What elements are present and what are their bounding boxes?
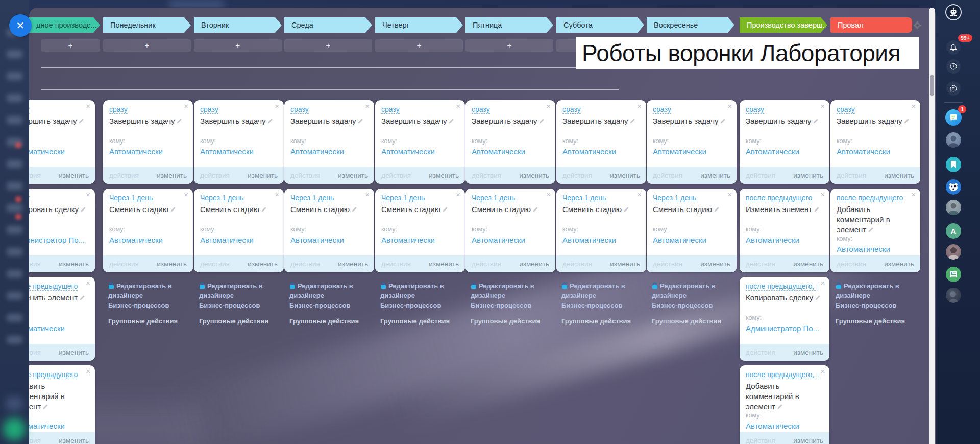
edit-button[interactable]: изменить bbox=[793, 348, 823, 356]
actions-button[interactable]: действия bbox=[837, 172, 866, 179]
edit-button[interactable]: изменить bbox=[610, 260, 640, 268]
edit-pencil-icon[interactable] bbox=[903, 118, 910, 124]
robot-action-title[interactable]: Завершить задачу bbox=[472, 116, 550, 137]
user-avatar[interactable] bbox=[946, 200, 961, 215]
delete-robot-icon[interactable]: × bbox=[820, 367, 825, 376]
group-actions-link[interactable]: Групповые действия bbox=[289, 317, 375, 325]
edit-button[interactable]: изменить bbox=[793, 260, 823, 268]
robot-target-link[interactable]: Автоматически bbox=[381, 236, 459, 244]
actions-button[interactable]: действия bbox=[200, 260, 230, 268]
robot-target-link[interactable]: Автоматически bbox=[109, 147, 187, 156]
stage-header-8[interactable]: Производство заверш... bbox=[740, 17, 827, 33]
robot-action-title[interactable]: Завершить задачу bbox=[290, 116, 369, 137]
actions-button[interactable]: действия bbox=[472, 172, 501, 179]
robot-target-link[interactable]: Автоматически bbox=[562, 236, 640, 244]
copilot-robot-avatar[interactable] bbox=[945, 4, 962, 20]
robot-trigger-link[interactable]: сразу bbox=[837, 105, 908, 114]
robot-action-title[interactable]: Сменить стадию bbox=[472, 204, 550, 226]
edit-pencil-icon[interactable] bbox=[170, 206, 176, 213]
delete-robot-icon[interactable]: × bbox=[546, 191, 551, 199]
actions-button[interactable]: действия bbox=[746, 437, 775, 444]
delete-robot-icon[interactable]: × bbox=[546, 102, 551, 110]
robot-target-link[interactable]: Автоматически bbox=[653, 147, 730, 156]
edit-in-bp-designer-link[interactable]: Редактировать в дизайнере Бизнес-процесс… bbox=[652, 281, 738, 310]
delete-robot-icon[interactable]: × bbox=[637, 102, 642, 110]
edit-button[interactable]: изменить bbox=[519, 260, 549, 268]
add-robot-button[interactable]: + bbox=[41, 39, 100, 52]
robot-action-title[interactable]: Добавить комментарий в элемент bbox=[746, 381, 824, 412]
edit-in-bp-designer-link[interactable]: Редактировать в дизайнере Бизнес-процесс… bbox=[380, 281, 466, 310]
robot-action-title[interactable]: Сменить стадию bbox=[200, 204, 279, 226]
edit-pencil-icon[interactable] bbox=[267, 118, 273, 124]
edit-pencil-icon[interactable] bbox=[79, 295, 85, 301]
actions-button[interactable]: действия bbox=[381, 172, 411, 179]
edit-pencil-icon[interactable] bbox=[629, 118, 635, 124]
edit-pencil-icon[interactable] bbox=[448, 118, 454, 124]
delete-robot-icon[interactable]: × bbox=[365, 102, 370, 110]
edit-pencil-icon[interactable] bbox=[623, 206, 629, 213]
robot-trigger-link[interactable]: после предыдущего bbox=[746, 193, 817, 202]
robot-action-title[interactable]: Сменить стадию bbox=[109, 204, 188, 226]
robot-trigger-link[interactable]: сразу bbox=[109, 105, 181, 114]
add-robot-button[interactable]: + bbox=[375, 39, 463, 52]
stage-header-3[interactable]: Среда bbox=[284, 17, 372, 33]
delete-robot-icon[interactable]: × bbox=[637, 191, 642, 199]
robot-action-title[interactable]: Завершить задачу bbox=[562, 116, 641, 137]
robot-target-link[interactable]: Автоматически bbox=[381, 147, 459, 156]
close-panel-button[interactable]: ✕ bbox=[9, 14, 32, 37]
robot-trigger-link[interactable]: Через 1 день bbox=[562, 193, 634, 202]
edit-pencil-icon[interactable] bbox=[813, 118, 819, 124]
edit-button[interactable]: изменить bbox=[884, 172, 914, 179]
edit-pencil-icon[interactable] bbox=[814, 206, 820, 213]
robot-trigger-link[interactable]: сразу bbox=[562, 105, 634, 114]
edit-button[interactable]: изменить bbox=[519, 172, 549, 179]
edit-pencil-icon[interactable] bbox=[777, 404, 783, 410]
delete-robot-icon[interactable]: × bbox=[86, 367, 90, 376]
user-avatar[interactable] bbox=[946, 244, 961, 260]
robot-action-title[interactable]: Добавить комментарий в элемент bbox=[837, 204, 915, 235]
stage-header-4[interactable]: Четверг bbox=[375, 17, 463, 33]
robot-target-link[interactable]: Автоматически bbox=[746, 236, 823, 244]
group-actions-link[interactable]: Групповые действия bbox=[199, 317, 285, 325]
actions-button[interactable]: действия bbox=[109, 260, 139, 268]
robot-trigger-link[interactable]: после предыдущего, п... bbox=[746, 370, 817, 379]
stage-header-6[interactable]: Суббота bbox=[556, 17, 644, 33]
edit-button[interactable]: изменить bbox=[793, 172, 823, 179]
user-avatar[interactable] bbox=[946, 288, 961, 303]
robot-trigger-link[interactable]: Через 1 день bbox=[653, 193, 724, 202]
edit-pencil-icon[interactable] bbox=[42, 404, 48, 410]
robot-target-link[interactable]: Автоматически bbox=[109, 236, 187, 244]
edit-button[interactable]: изменить bbox=[610, 172, 640, 179]
robot-trigger-link[interactable]: сразу bbox=[381, 105, 453, 114]
robot-trigger-link[interactable]: сразу bbox=[472, 105, 543, 114]
group-actions-link[interactable]: Групповые действия bbox=[380, 317, 466, 325]
delete-robot-icon[interactable]: × bbox=[456, 191, 460, 199]
robot-trigger-link[interactable]: сразу bbox=[746, 105, 817, 114]
group-actions-link[interactable]: Групповые действия bbox=[836, 317, 921, 325]
group-actions-link[interactable]: Групповые действия bbox=[652, 317, 738, 325]
delete-robot-icon[interactable]: × bbox=[275, 191, 279, 199]
robot-action-title[interactable]: Сменить стадию bbox=[562, 204, 641, 226]
actions-button[interactable]: действия bbox=[381, 260, 411, 268]
delete-robot-icon[interactable]: × bbox=[86, 279, 90, 287]
dog-avatar-icon[interactable] bbox=[946, 179, 961, 195]
edit-pencil-icon[interactable] bbox=[261, 206, 267, 213]
robot-action-title[interactable]: Копировать сделку bbox=[746, 293, 824, 314]
robot-action-title[interactable]: Завершить задачу bbox=[837, 116, 915, 137]
delete-robot-icon[interactable]: × bbox=[820, 191, 825, 199]
robot-action-title[interactable]: Завершить задачу bbox=[381, 116, 460, 137]
edit-pencil-icon[interactable] bbox=[351, 206, 357, 213]
robot-target-link[interactable]: Автоматически bbox=[290, 236, 368, 244]
robot-target-link[interactable]: Автоматически bbox=[472, 147, 549, 156]
actions-button[interactable]: действия bbox=[562, 172, 592, 179]
robot-action-title[interactable]: Сменить стадию bbox=[290, 204, 369, 226]
robot-trigger-link[interactable]: Через 1 день bbox=[200, 193, 272, 202]
robot-target-link[interactable]: Автоматически bbox=[837, 147, 914, 156]
actions-button[interactable]: действия bbox=[200, 172, 230, 179]
edit-button[interactable]: изменить bbox=[157, 260, 187, 268]
delete-robot-icon[interactable]: × bbox=[86, 102, 90, 110]
stage-header-0[interactable]: дное производс... bbox=[29, 17, 100, 33]
news-feed-icon[interactable] bbox=[946, 267, 961, 282]
notifications-bell-icon[interactable] bbox=[946, 40, 961, 55]
edit-button[interactable]: изменить bbox=[884, 260, 914, 268]
